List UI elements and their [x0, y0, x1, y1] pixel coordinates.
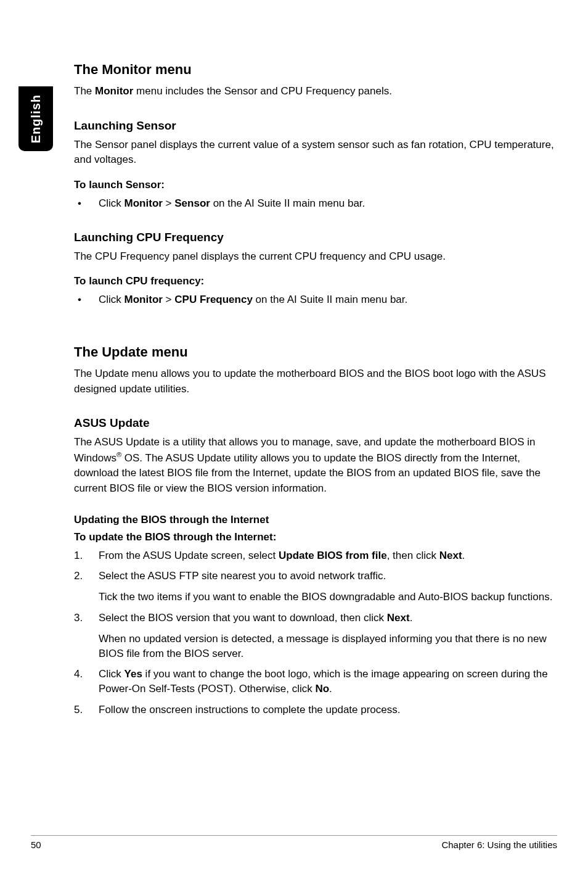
text: .	[329, 683, 332, 695]
asus-update-body: The ASUS Update is a utility that allows…	[74, 435, 555, 496]
step-2: 2. Select the ASUS FTP site nearest you …	[74, 569, 555, 604]
sensor-step-text: Click Monitor > Sensor on the AI Suite I…	[99, 196, 365, 211]
update-menu-heading: The Update menu	[74, 344, 555, 360]
page-footer: 50 Chapter 6: Using the utilities	[31, 835, 557, 850]
text-bold: Yes	[125, 668, 142, 680]
sensor-body: The Sensor panel displays the current va…	[74, 138, 555, 168]
text: From the ASUS Update screen, select	[99, 550, 279, 561]
step-4: 4. Click Yes if you want to change the b…	[74, 667, 555, 696]
text: Click	[99, 294, 125, 305]
launching-cpu-heading: Launching CPU Frequency	[74, 231, 555, 244]
asus-update-heading: ASUS Update	[74, 416, 555, 430]
page-number: 50	[31, 840, 41, 850]
text: Select the BIOS version that you want to…	[99, 611, 555, 625]
text: >	[163, 294, 174, 305]
step-body: From the ASUS Update screen, select Upda…	[99, 548, 555, 563]
text-bold: Monitor	[95, 85, 133, 97]
chapter-label: Chapter 6: Using the utilities	[441, 840, 557, 850]
to-launch-sensor: To launch Sensor:	[74, 179, 555, 191]
text-bold: Monitor	[125, 197, 163, 209]
step-5: 5. Follow the onscreen instructions to c…	[74, 703, 555, 717]
text: Select the ASUS FTP site nearest you to …	[99, 569, 555, 584]
step-body: Select the BIOS version that you want to…	[99, 611, 555, 661]
step-body: Click Yes if you want to change the boot…	[99, 667, 555, 696]
text: menu includes the Sensor and CPU Frequen…	[133, 85, 392, 97]
text: OS. The ASUS Update utility allows you t…	[74, 452, 541, 494]
language-tab: English	[18, 86, 53, 151]
page-content: The Monitor menu The Monitor menu includ…	[74, 62, 555, 724]
text-bold: Update BIOS from file	[279, 550, 387, 561]
monitor-menu-heading: The Monitor menu	[74, 62, 555, 78]
updating-bios-internet-heading: Updating the BIOS through the Internet	[74, 514, 555, 526]
text: .	[462, 550, 465, 561]
text: on the AI Suite II main menu bar.	[253, 294, 407, 305]
registered-symbol: ®	[116, 451, 121, 458]
text: When no updated version is detected, a m…	[99, 632, 555, 661]
step-number: 3.	[74, 611, 99, 661]
text-bold: Monitor	[125, 294, 163, 305]
text: >	[163, 197, 174, 209]
step-1: 1. From the ASUS Update screen, select U…	[74, 548, 555, 563]
cpu-step-text: Click Monitor > CPU Frequency on the AI …	[99, 292, 407, 307]
text-bold: CPU Frequency	[174, 294, 253, 305]
step-body: Follow the onscreen instructions to comp…	[99, 703, 555, 717]
language-label: English	[29, 94, 43, 143]
update-intro: The Update menu allows you to update the…	[74, 366, 555, 397]
monitor-intro: The Monitor menu includes the Sensor and…	[74, 84, 555, 99]
step-number: 1.	[74, 548, 99, 563]
text: Click	[99, 197, 125, 209]
text-bold: No	[315, 683, 329, 695]
text: .	[410, 612, 413, 624]
text-bold: Next	[439, 550, 462, 561]
text: on the AI Suite II main menu bar.	[210, 197, 365, 209]
step-3: 3. Select the BIOS version that you want…	[74, 611, 555, 661]
sensor-step: • Click Monitor > Sensor on the AI Suite…	[74, 196, 555, 211]
launching-sensor-heading: Launching Sensor	[74, 119, 555, 133]
step-number: 4.	[74, 667, 99, 696]
text: The	[74, 85, 95, 97]
bullet-icon: •	[74, 196, 99, 211]
text-bold: Next	[387, 612, 410, 624]
text: Select the BIOS version that you want to…	[99, 612, 387, 624]
text: Tick the two items if you want to enable…	[99, 590, 555, 604]
cpu-step: • Click Monitor > CPU Frequency on the A…	[74, 292, 555, 307]
text-bold: Sensor	[174, 197, 210, 209]
to-update-bios-internet: To update the BIOS through the Internet:	[74, 531, 555, 543]
to-launch-cpu: To launch CPU frequency:	[74, 275, 555, 287]
text: Click	[99, 668, 125, 680]
step-body: Select the ASUS FTP site nearest you to …	[99, 569, 555, 604]
cpu-body: The CPU Frequency panel displays the cur…	[74, 249, 555, 265]
step-number: 5.	[74, 703, 99, 717]
step-number: 2.	[74, 569, 99, 604]
bullet-icon: •	[74, 292, 99, 307]
text: , then click	[387, 550, 439, 561]
